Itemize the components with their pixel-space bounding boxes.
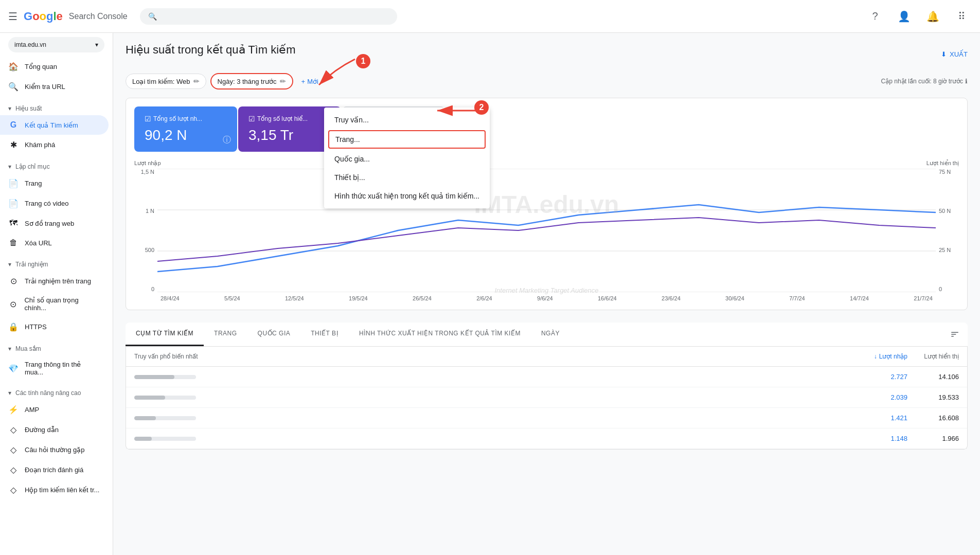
sidebar-item-tong-quan[interactable]: 🏠 Tổng quan [0, 57, 109, 77]
sidebar-item-duong-dan[interactable]: ◇ Đường dẫn [0, 420, 109, 440]
property-button[interactable]: imta.edu.vn ▾ [8, 37, 104, 52]
section-lap-chi-muc[interactable]: ▾ Lập chỉ mục [0, 155, 113, 173]
dropdown-item-hinh-thuc[interactable]: Hình thức xuất hiện trong kết quả tìm ki… [324, 187, 490, 205]
add-filter-button[interactable]: + Mới [297, 75, 323, 88]
tab-ngay[interactable]: NGÀY [531, 323, 570, 346]
chevron-icon: ▾ [8, 163, 11, 170]
impressions-value: 16.608 [907, 414, 959, 422]
y-tick: 1,5 N [141, 169, 154, 175]
y-axis-left: 1,5 N 1 N 500 0 [134, 169, 157, 292]
impressions-value: 19.533 [907, 393, 959, 401]
sidebar-label: Sơ đồ trang web [25, 220, 74, 227]
x-tick: 16/6/24 [598, 295, 617, 301]
stat-label: ☑ Tổng số lượt nh... [145, 115, 227, 123]
sidebar-item-doan-trich[interactable]: ◇ Đoạn trích đánh giá [0, 460, 109, 480]
export-label: XUẤT [950, 50, 968, 58]
filter-icon[interactable] [942, 323, 968, 346]
dropdown-item-truy-van[interactable]: Truy vấn... [324, 111, 490, 129]
download-icon: ⬇ [941, 50, 947, 58]
chart-svg [157, 169, 936, 292]
search-url-icon: 🔍 [8, 82, 19, 92]
tab-thiet-bi[interactable]: THIẾT BỊ [300, 323, 349, 346]
section-nang-cao[interactable]: ▾ Các tính năng nâng cao [0, 381, 113, 400]
sidebar-item-trai-nghiem-tren-trang[interactable]: ⊙ Trải nghiệm trên trang [0, 271, 109, 291]
search-input[interactable] [161, 12, 389, 21]
tab-trang[interactable]: TRANG [204, 323, 247, 346]
stat-card-label-text: Tổng số lượt nh... [153, 115, 202, 122]
sidebar-item-hop-tim-kiem[interactable]: ◇ Hộp tìm kiếm liên kết tr... [0, 480, 109, 500]
help-icon[interactable]: ? [865, 6, 885, 27]
page-header-row: Hiệu suất trong kết quả Tìm kiếm ⬇ XUẤT [126, 43, 968, 65]
dropdown-item-quoc-gia[interactable]: Quốc gia... [324, 150, 490, 168]
sidebar-item-ket-qua-tim-kiem[interactable]: G Kết quả Tìm kiếm [0, 115, 109, 135]
sidebar-item-so-do-trang-web[interactable]: 🗺 Sơ đồ trang web [0, 213, 109, 233]
section-hieu-suat[interactable]: ▾ Hiệu suất [0, 97, 113, 115]
sidebar-item-kham-pha[interactable]: ✱ Khám phá [0, 135, 109, 155]
col-header-clicks[interactable]: ↓ Lượt nhập [846, 353, 907, 360]
apps-icon[interactable]: ⠿ [951, 6, 972, 27]
tabs-row: CỤM TỪ TÌM KIẾM TRANG QUỐC GIA THIẾT BỊ … [126, 323, 968, 347]
dropdown-item-thiet-bi[interactable]: Thiết bị... [324, 168, 490, 187]
export-button[interactable]: ⬇ XUẤT [941, 50, 968, 58]
sidebar-item-cau-hoi[interactable]: ◇ Câu hỏi thường gặp [0, 440, 109, 460]
sidebar-label: Chỉ số quan trọng chính... [24, 296, 100, 312]
tab-hinh-thuc[interactable]: HÌNH THỨC XUẤT HIỆN TRONG KẾT QUẢ TÌM KI… [349, 323, 531, 346]
sidebar-item-chi-so-quan-trong[interactable]: ⊙ Chỉ số quan trọng chính... [0, 291, 109, 317]
google-g-icon: G [8, 120, 19, 130]
sidebar-label: Trang thông tin thẻ mua... [25, 361, 100, 376]
search-icon: 🔍 [148, 12, 157, 21]
y-label-left: Lượt nhập [134, 160, 161, 167]
lock-icon: 🔒 [8, 322, 19, 332]
stats-row: ☑ Tổng số lượt nh... 90,2 N ⓘ ☑ Tổng số … [134, 106, 959, 152]
section-trai-nghiem[interactable]: ▾ Trải nghiệm [0, 253, 113, 271]
sidebar-label: Xóa URL [25, 239, 52, 247]
search-type-filter[interactable]: Loại tìm kiếm: Web ✏ [126, 74, 206, 89]
update-text: Cập nhật lần cuối: 8 giờ trước ℹ [881, 78, 968, 85]
tab-quoc-gia[interactable]: QUỐC GIA [247, 323, 301, 346]
x-tick: 5/5/24 [224, 295, 240, 301]
hamburger-icon[interactable]: ☰ [8, 10, 17, 23]
sidebar-label: Đường dẫn [25, 426, 59, 434]
chevron-icon: ▾ [8, 389, 11, 397]
account-icon[interactable]: 👤 [894, 6, 914, 27]
section-label: Trải nghiệm [15, 261, 48, 268]
info-icon[interactable]: ⓘ [223, 135, 231, 146]
main-content: Hiệu suất trong kết quả Tìm kiếm ⬇ XUẤT … [113, 33, 980, 555]
dropdown-item-trang[interactable]: Trang... [328, 130, 486, 149]
table-row: 2.727 14.106 [126, 367, 967, 387]
notifications-icon[interactable]: 🔔 [922, 6, 943, 27]
property-selector[interactable]: imta.edu.vn ▾ [0, 33, 113, 57]
sidebar-item-mua-sam[interactable]: 💎 Trang thông tin thẻ mua... [0, 355, 109, 381]
sidebar-item-kiem-tra-url[interactable]: 🔍 Kiểm tra URL [0, 77, 109, 97]
sidebar-label: Trang có video [25, 200, 69, 207]
sort-icon: ↓ [874, 353, 877, 360]
top-header: ☰ Google Search Console 🔍 ? 👤 🔔 ⠿ [0, 0, 980, 33]
sidebar-label: Câu hỏi thường gặp [25, 446, 85, 454]
sidebar-item-trang-co-video[interactable]: 📄 Trang có video [0, 193, 109, 213]
query-bar-cell [134, 375, 846, 379]
search-bar[interactable]: 🔍 [140, 8, 397, 25]
update-label: Cập nhật lần cuối: 8 giờ trước [881, 78, 963, 85]
video-page-icon: 📄 [8, 199, 19, 208]
query-bar-cell [134, 416, 846, 420]
x-tick: 23/6/24 [662, 295, 681, 301]
sidebar-item-amp[interactable]: ⚡ AMP [0, 400, 109, 420]
sidebar-label: Khám phá [25, 141, 55, 149]
table-header: Truy vấn phổ biến nhất ↓ Lượt nhập Lượt … [126, 347, 967, 367]
sidebar-label: Hộp tìm kiếm liên kết tr... [25, 486, 99, 494]
table-row: 1.148 1.966 [126, 428, 967, 449]
tab-cum-tu-tim-kiem[interactable]: CỤM TỪ TÌM KIẾM [126, 323, 204, 346]
clicks-value: 1.421 [846, 414, 907, 422]
stat-card-luot-nhap: ☑ Tổng số lượt nh... 90,2 N ⓘ [134, 106, 237, 152]
clicks-value: 2.727 [846, 373, 907, 381]
page-icon: 📄 [8, 178, 19, 188]
filter-label: Ngày: 3 tháng trước [218, 78, 277, 85]
query-bar-cell [134, 437, 846, 441]
date-filter[interactable]: Ngày: 3 tháng trước ✏ [210, 73, 293, 89]
review-icon: ◇ [8, 465, 19, 475]
sidebar-item-xoa-url[interactable]: 🗑 Xóa URL [0, 233, 109, 253]
sidebar-item-https[interactable]: 🔒 HTTPS [0, 317, 109, 337]
sidebar-item-trang[interactable]: 📄 Trang [0, 173, 109, 193]
section-mua-sam[interactable]: ▾ Mua sắm [0, 337, 113, 355]
section-label: Các tính năng nâng cao [15, 389, 81, 397]
